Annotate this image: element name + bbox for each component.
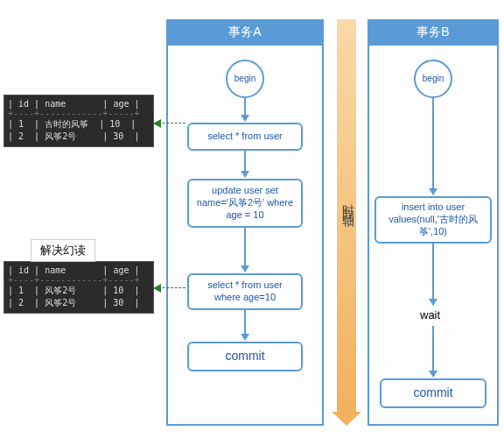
step-b-insert: insert into user values(null,'古时的风筝',10) — [374, 196, 492, 244]
table2-title: 解决幻读 — [31, 239, 95, 262]
timeline-label: 时间轴 — [337, 194, 356, 210]
table1-sep: +----+------------+-----+ — [8, 109, 150, 118]
lane-a-title: 事务A — [168, 21, 322, 46]
table2-row2: | 2 | 风筝2号 | 30 | — [8, 297, 150, 309]
step-a-select2: select * from user where age=10 — [187, 273, 303, 310]
result-arrow-2 — [154, 287, 186, 288]
timeline-axis: 时间轴 — [337, 19, 356, 413]
arrow-a4 — [244, 310, 246, 340]
step-a-select1: select * from user — [187, 123, 303, 151]
wait-label: wait — [420, 308, 440, 321]
result-table-2: 解决幻读 | id | name | age | +----+---------… — [4, 261, 154, 314]
arrow-b3 — [432, 326, 434, 377]
table2-header: | id | name | age | — [8, 265, 150, 275]
table2-sep: +----+------------+-----+ — [8, 275, 150, 285]
result-table-1: | id | name | age | +----+------------+-… — [4, 95, 154, 147]
table1-row2: | 2 | 风筝2号 | 30 | — [8, 131, 150, 143]
arrow-a3 — [244, 228, 246, 272]
begin-node-b: begin — [414, 60, 452, 98]
arrow-b1 — [432, 98, 434, 194]
begin-node-a: begin — [226, 60, 264, 98]
step-a-update: update user set name='风筝2号' where age = … — [187, 179, 303, 228]
table1-row1: | 1 | 古时的风筝 | 10 | — [8, 118, 150, 131]
lane-transaction-a: 事务A begin select * from user update user… — [166, 19, 324, 426]
result-arrow-1 — [154, 123, 186, 124]
commit-a: commit — [187, 342, 303, 371]
commit-b: commit — [380, 378, 486, 408]
table2-row1: | 1 | 风筝2号 | 10 | — [8, 285, 150, 297]
arrow-a2 — [244, 151, 246, 177]
table1-header: | id | name | age | — [8, 99, 150, 109]
arrow-a1 — [244, 98, 246, 121]
arrow-b2 — [432, 244, 434, 305]
lane-b-title: 事务B — [369, 21, 497, 46]
lane-transaction-b: 事务B begin insert into user values(null,'… — [368, 19, 499, 426]
